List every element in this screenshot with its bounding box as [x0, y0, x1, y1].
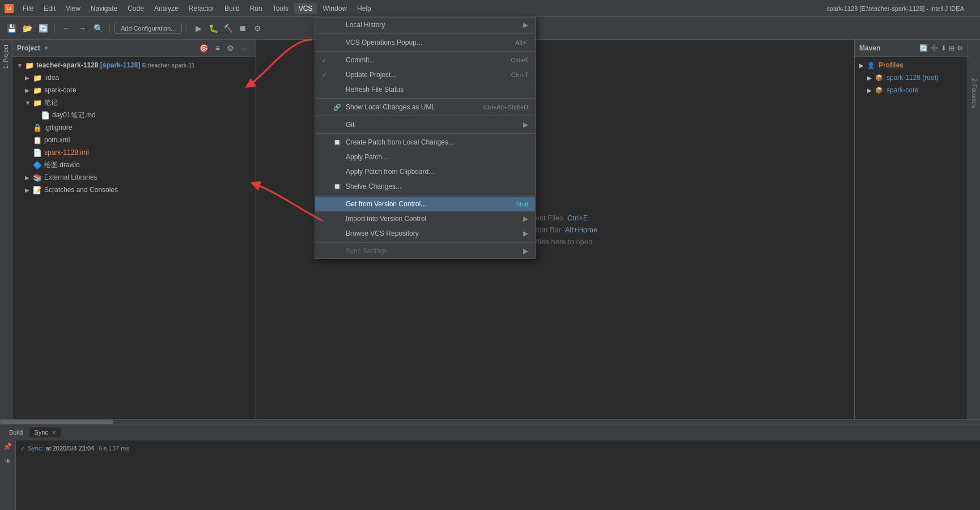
synchronize-button[interactable]: 🔄 [36, 22, 50, 35]
project-minimize-button[interactable]: — [239, 42, 251, 54]
vcs-show-uml[interactable]: 🔗 Show Local Changes as UML Ctrl+Alt+Shi… [315, 100, 535, 114]
tree-spark-iml[interactable]: 📄 spark-1128.iml [12, 146, 256, 159]
run-config-button[interactable]: ⚙ [251, 22, 264, 35]
menu-sep-3 [315, 98, 535, 99]
log-datetime: at 2020/5/4 23:04 [46, 445, 95, 452]
menu-refactor[interactable]: Refactor [184, 3, 219, 14]
menu-sep-6 [315, 195, 535, 196]
menu-analyze[interactable]: Analyze [150, 3, 183, 14]
maven-download-button[interactable]: ⬇ [941, 44, 947, 52]
idea-label: .idea [44, 74, 59, 82]
commit-label: Commit... [346, 56, 375, 64]
tree-external-libs[interactable]: ▶ 📚 External Libraries [12, 171, 256, 184]
spark-root-label: spark-1128 (root) [886, 74, 939, 82]
tree-notes-folder[interactable]: ▼ 📁 笔记 [12, 96, 256, 109]
idea-folder-icon: 📁 [33, 74, 42, 82]
toolbar-separator-1 [54, 23, 55, 34]
sync-settings-arrow: ▶ [523, 247, 528, 255]
log-sync-label: Sync: [28, 445, 44, 452]
bottom-panel: Build Sync ✕ 📌 👁 ✓ Sync: at 2020/5/4 23:… [0, 424, 980, 510]
menu-help[interactable]: Help [353, 3, 376, 14]
tab-sync[interactable]: Sync ✕ [29, 427, 60, 437]
menu-run[interactable]: Run [245, 3, 267, 14]
log-success-icon: ✓ [20, 445, 26, 452]
redo-button[interactable]: → [75, 22, 89, 35]
tree-spark-core[interactable]: ▶ 📁 spark-core [12, 84, 256, 96]
maven-refresh-button[interactable]: 🔄 [919, 44, 928, 52]
extlib-arrow: ▶ [25, 175, 33, 181]
menu-view[interactable]: View [61, 3, 85, 14]
build-tab-label: Build [9, 429, 23, 436]
vcs-update-project[interactable]: ✓ Update Project... Ctrl+T [315, 67, 535, 82]
maven-spark-core[interactable]: ▶ 📦 spark-core [855, 84, 968, 96]
menu-window[interactable]: Window [318, 3, 351, 14]
tree-day01-md[interactable]: 📄 day01笔记.md [12, 109, 256, 121]
apply-patch-clipboard-label: Apply Patch from Clipboard... [346, 168, 434, 176]
bottom-tabs: Build Sync ✕ [0, 424, 980, 440]
tree-idea[interactable]: ▶ 📁 .idea [12, 71, 256, 84]
vcs-import[interactable]: Import into Version Control ▶ [315, 211, 535, 226]
project-locate-button[interactable]: 🎯 [197, 42, 211, 54]
pin-button[interactable]: 📌 [3, 443, 12, 450]
maven-spark-root[interactable]: ▶ 📦 spark-1128 (root) [855, 71, 968, 84]
save-all-button[interactable]: 💾 [5, 22, 18, 35]
debug-button[interactable]: 🐛 [206, 22, 220, 35]
vcs-commit[interactable]: ✓ Commit... Ctrl+K [315, 53, 535, 67]
menu-build[interactable]: Build [220, 3, 244, 14]
filter-button[interactable]: 👁 [5, 457, 11, 465]
vcs-refresh-status[interactable]: Refresh File Status [315, 82, 535, 97]
tree-pom-xml[interactable]: 📋 pom.xml [12, 134, 256, 146]
vcs-local-history[interactable]: Local History ▶ [315, 18, 535, 32]
vcs-get-from-vcs[interactable]: Get from Version Control... Shift [315, 197, 535, 211]
browse-arrow: ▶ [523, 230, 528, 237]
maven-panel-title: Maven [859, 44, 880, 52]
root-label: teacher-spark-1128 [spark-1128] E:\teach… [36, 61, 195, 69]
menu-vcs[interactable]: VCS [294, 3, 317, 14]
open-button[interactable]: 📂 [20, 22, 34, 35]
tree-drawio[interactable]: 🔷 绘图.drawio [12, 159, 256, 171]
project-dropdown-arrow[interactable]: ▼ [44, 45, 49, 51]
maven-settings-button[interactable]: ⚙ [957, 44, 963, 52]
project-collapse-button[interactable]: ≡ [213, 42, 222, 54]
sync-tab-label: Sync [34, 429, 48, 436]
tab-build[interactable]: Build [5, 427, 27, 437]
menu-edit[interactable]: Edit [39, 3, 60, 14]
menu-code[interactable]: Code [123, 3, 149, 14]
vcs-operations-popup[interactable]: VCS Operations Popup... Alt+` [315, 35, 535, 50]
scratches-arrow: ▶ [25, 187, 33, 193]
sync-tab-close[interactable]: ✕ [52, 430, 56, 436]
log-duration: 6 s 137 ms [99, 445, 129, 452]
vcs-git[interactable]: Git ▶ [315, 117, 535, 132]
menu-tools[interactable]: Tools [268, 3, 293, 14]
vcs-shelve-changes[interactable]: 🔲 Shelve Changes... [315, 179, 535, 194]
tree-gitignore[interactable]: 🔒 .gitignore [12, 121, 256, 134]
project-tree: ▼ 📁 teacher-spark-1128 [spark-1128] E:\t… [12, 57, 256, 419]
sidebar-project-label[interactable]: 1: Project [1, 40, 11, 73]
favorites-label[interactable]: 2: Favorites [969, 74, 979, 112]
maven-expand-button[interactable]: ⊞ [949, 44, 954, 52]
vcs-create-patch[interactable]: 🔲 Create Patch from Local Changes... [315, 135, 535, 150]
run-button[interactable]: ▶ [192, 22, 205, 35]
vcs-apply-patch[interactable]: Apply Patch... [315, 150, 535, 164]
vcs-dropdown-menu: Local History ▶ VCS Operations Popup... … [315, 17, 536, 259]
vcs-browse-repository[interactable]: Browse VCS Repository ▶ [315, 226, 535, 241]
stop-button[interactable]: ⏹ [236, 22, 249, 35]
add-configuration-button[interactable]: Add Configuration... [114, 23, 182, 34]
vcs-apply-patch-clipboard[interactable]: Apply Patch from Clipboard... [315, 164, 535, 179]
tree-root[interactable]: ▼ 📁 teacher-spark-1128 [spark-1128] E:\t… [12, 59, 256, 71]
maven-add-button[interactable]: ➕ [930, 44, 939, 52]
commit-check: ✓ [322, 57, 331, 64]
maven-profiles[interactable]: ▶ 👤 Profiles [855, 59, 968, 71]
build-log: ✓ Sync: at 2020/5/4 23:04 6 s 137 ms [16, 440, 980, 510]
menu-file[interactable]: File [18, 3, 38, 14]
maven-panel: Maven 🔄 ➕ ⬇ ⊞ ⚙ ▶ 👤 Profiles ▶ 📦 spark-1… [854, 40, 968, 419]
build-project-button[interactable]: 🔨 [221, 22, 235, 35]
project-settings-button[interactable]: ⚙ [224, 42, 236, 54]
scroll-area[interactable] [0, 419, 980, 424]
undo-button[interactable]: ← [60, 22, 73, 35]
tree-scratches[interactable]: ▶ 📝 Scratches and Consoles [12, 184, 256, 196]
log-entry: ✓ Sync: at 2020/5/4 23:04 6 s 137 ms [20, 443, 975, 454]
notes-label: 笔记 [44, 98, 58, 108]
find-button[interactable]: 🔍 [91, 22, 105, 35]
menu-navigate[interactable]: Navigate [86, 3, 122, 14]
